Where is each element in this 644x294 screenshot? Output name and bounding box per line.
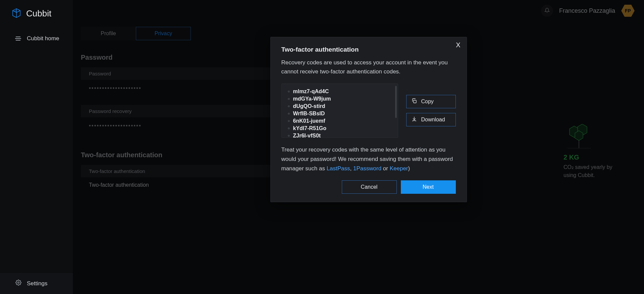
cancel-button-label: Cancel	[361, 184, 378, 190]
menu-lines-icon	[15, 36, 21, 41]
recovery-code-text: 6nK01-juemf	[293, 118, 325, 124]
recovery-code-text: mlmz7-qAd4C	[293, 89, 329, 95]
modal-actions: Cancel Next	[281, 180, 456, 194]
next-button[interactable]: Next	[401, 180, 456, 194]
recovery-code: WrflB-SBslD	[285, 110, 393, 117]
modal-note-sep1: ,	[350, 165, 353, 172]
modal-title: Two-factor authentication	[281, 46, 456, 53]
link-keeper[interactable]: Keeper	[390, 165, 408, 172]
bullet-icon	[288, 105, 290, 107]
recovery-code: mlmz7-qAd4C	[285, 88, 393, 95]
close-icon: X	[456, 41, 460, 49]
sidebar-bottom: Settings	[0, 273, 73, 294]
cubbit-logo-icon	[11, 8, 21, 19]
app-root: Cubbit Cubbit home Settings	[0, 0, 644, 294]
sidebar-nav: Cubbit home	[0, 28, 73, 47]
sidebar-item-settings[interactable]: Settings	[0, 273, 73, 294]
recovery-code-text: WrflB-SBslD	[293, 111, 325, 117]
brand: Cubbit	[0, 5, 73, 28]
recovery-code: ZJr6I-vfS0t	[285, 132, 393, 138]
recovery-code-text: dUgQO-stird	[293, 103, 325, 109]
bullet-icon	[288, 98, 290, 100]
recovery-code-text: kYdI7-R51Go	[293, 125, 327, 131]
gear-icon	[15, 280, 21, 287]
bullet-icon	[288, 120, 290, 122]
modal-side-buttons: Copy Download	[406, 83, 456, 138]
link-1password[interactable]: 1Password	[353, 165, 381, 172]
sidebar-item-home-label: Cubbit home	[27, 35, 59, 42]
brand-name: Cubbit	[26, 8, 51, 19]
recovery-codes-list[interactable]: mlmz7-qAd4C mdGYa-W9jum dUgQO-stird Wrfl…	[281, 83, 398, 138]
bullet-icon	[288, 91, 290, 93]
main: Francesco Pazzaglia FP Profile Privacy P…	[73, 0, 644, 294]
copy-button-label: Copy	[421, 99, 434, 105]
download-icon	[411, 116, 417, 123]
recovery-code-text: mdGYa-W9jum	[293, 96, 331, 102]
link-lastpass[interactable]: LastPass	[327, 165, 350, 172]
modal-note-post: )	[408, 165, 410, 172]
download-button-label: Download	[421, 117, 445, 123]
modal-note: Treat your recovery codes with the same …	[281, 145, 456, 173]
recovery-code-text: ZJr6I-vfS0t	[293, 133, 321, 138]
sidebar: Cubbit Cubbit home Settings	[0, 0, 73, 294]
copy-icon	[411, 98, 417, 105]
download-button[interactable]: Download	[406, 113, 456, 126]
svg-rect-6	[413, 100, 416, 103]
modal-description: Recovery codes are used to access your a…	[281, 58, 456, 76]
recovery-code: kYdI7-R51Go	[285, 125, 393, 132]
bullet-icon	[288, 127, 290, 129]
recovery-code: 6nK01-juemf	[285, 117, 393, 125]
next-button-label: Next	[423, 184, 434, 190]
recovery-code: mdGYa-W9jum	[285, 95, 393, 103]
bullet-icon	[288, 135, 290, 137]
modal-note-or: or	[381, 165, 390, 172]
copy-button[interactable]: Copy	[406, 95, 456, 108]
modal-close-button[interactable]: X	[456, 41, 460, 49]
sidebar-item-home[interactable]: Cubbit home	[0, 31, 73, 47]
modal-2fa-codes: X Two-factor authentication Recovery cod…	[270, 37, 467, 202]
bullet-icon	[288, 113, 290, 115]
sidebar-item-settings-label: Settings	[27, 280, 47, 287]
recovery-code: dUgQO-stird	[285, 103, 393, 110]
modal-overlay[interactable]: X Two-factor authentication Recovery cod…	[73, 0, 644, 294]
svg-point-3	[18, 282, 19, 284]
modal-codes-row: mlmz7-qAd4C mdGYa-W9jum dUgQO-stird Wrfl…	[281, 83, 456, 138]
cancel-button[interactable]: Cancel	[342, 180, 397, 194]
